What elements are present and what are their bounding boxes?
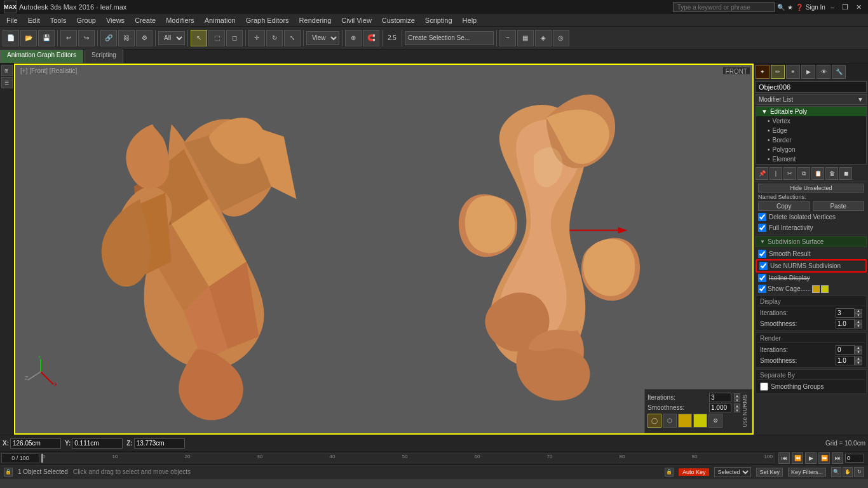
nurms-smoothness-spinner[interactable]: ▲▼ [734, 403, 740, 412]
delete-isolated-checkbox[interactable] [758, 213, 766, 221]
rpanel-modify-tab[interactable]: ✏ [771, 65, 785, 79]
isoline-checkbox[interactable] [758, 274, 766, 282]
viewport[interactable]: [+] [Front] [Realistic] FRONT [14, 64, 754, 435]
nurms-color1-icon[interactable] [678, 414, 692, 428]
iterations-input[interactable] [836, 308, 855, 318]
snap-btn[interactable]: 🧲 [363, 30, 379, 46]
bind-btn[interactable]: ⚙ [136, 30, 153, 46]
menu-tools[interactable]: Tools [45, 15, 72, 25]
x-input[interactable] [10, 438, 61, 449]
filter-dropdown[interactable]: All [158, 31, 185, 45]
rpanel-motion-tab[interactable]: ▶ [801, 65, 815, 79]
menu-customize[interactable]: Customize [377, 15, 420, 25]
menu-animation[interactable]: Animation [200, 15, 241, 25]
track-btn[interactable]: ▦ [517, 30, 534, 46]
mod-delete-icon[interactable]: 🗑 [825, 167, 838, 180]
new-btn[interactable]: 📄 [3, 30, 19, 46]
select-region-btn[interactable]: ⬚ [208, 30, 225, 46]
render-iterations-spinner[interactable]: ▲▼ [855, 346, 862, 355]
menu-graph-editors[interactable]: Graph Editors [241, 15, 294, 25]
menu-help[interactable]: Help [458, 15, 482, 25]
menu-modifiers[interactable]: Modifiers [161, 15, 200, 25]
modifier-vertex[interactable]: • Vertex [756, 116, 866, 126]
tab-scripting[interactable]: Scripting [85, 50, 123, 63]
unlink-btn[interactable]: ⛓ [118, 30, 135, 46]
mod-channel-icon[interactable]: | [770, 167, 782, 180]
nurms-settings-icon[interactable]: ⚙ [709, 414, 722, 428]
selected-dropdown[interactable]: Selected [714, 467, 751, 477]
minimize-button[interactable]: – [828, 3, 837, 11]
select-btn[interactable]: ↖ [191, 30, 207, 46]
subdivision-surface-header[interactable]: ▼ Subdivision Surface [756, 236, 867, 247]
modifier-border[interactable]: • Border [756, 135, 866, 145]
lt-btn-1[interactable]: ⊞ [1, 65, 13, 76]
scale-btn[interactable]: ⤡ [284, 30, 301, 46]
anim-next-btn[interactable]: ⏩ [818, 452, 830, 464]
save-btn[interactable]: 💾 [38, 30, 55, 46]
smoothness-input[interactable] [836, 319, 855, 329]
render-smoothness-input[interactable] [836, 356, 855, 365]
copy-btn[interactable]: Copy [758, 201, 810, 211]
rotate-btn[interactable]: ↻ [266, 30, 283, 46]
rpanel-create-tab[interactable]: ✦ [756, 65, 770, 79]
lt-btn-2[interactable]: ☰ [1, 77, 13, 88]
sign-in[interactable]: Sign In [806, 4, 825, 11]
mod-paste-icon[interactable]: 📋 [811, 167, 824, 180]
select-lasso-btn[interactable]: ◻ [226, 30, 243, 46]
iterations-spinner[interactable]: ▲▼ [855, 309, 862, 318]
rpanel-hierarchy-tab[interactable]: ⚭ [786, 65, 800, 79]
anim-play-btn[interactable]: ▶ [805, 452, 817, 464]
nurms-sphere-icon[interactable]: ◯ [648, 414, 661, 428]
use-nurms-checkbox[interactable] [759, 262, 768, 270]
close-button[interactable]: ✕ [853, 3, 864, 11]
key-filters-btn[interactable]: Key Filters... [788, 468, 826, 477]
modifier-list-header[interactable]: Modifier List ▼ [756, 94, 867, 105]
paste-btn[interactable]: Paste [813, 201, 865, 211]
timeline-ruler[interactable]: 0 10 20 30 40 50 60 70 80 90 100 [41, 453, 775, 463]
material-btn[interactable]: ◎ [553, 30, 569, 46]
cage-color1[interactable] [812, 285, 820, 293]
mod-copy-icon[interactable]: ⧉ [797, 167, 810, 180]
render-smoothness-spinner[interactable]: ▲▼ [855, 356, 862, 365]
lock-btn[interactable]: 🔒 [665, 468, 674, 477]
cage-color2[interactable] [821, 285, 829, 293]
search-input[interactable] [673, 2, 775, 12]
anim-first-btn[interactable]: ⏮ [778, 452, 790, 464]
smoothing-groups-checkbox[interactable] [760, 383, 768, 391]
selection-set-input[interactable] [405, 31, 494, 45]
zoom-btn[interactable]: 🔍 [831, 467, 841, 477]
show-cage-checkbox[interactable] [758, 285, 766, 293]
maximize-button[interactable]: ❐ [839, 3, 851, 11]
menu-edit[interactable]: Edit [23, 15, 45, 25]
move-btn[interactable]: ✛ [248, 30, 265, 46]
modifier-edge[interactable]: • Edge [756, 126, 866, 135]
pan-btn[interactable]: ✋ [843, 467, 853, 477]
schematic-btn[interactable]: ◈ [535, 30, 552, 46]
menu-file[interactable]: File [1, 15, 23, 25]
menu-create[interactable]: Create [130, 15, 161, 25]
open-btn[interactable]: 📂 [20, 30, 37, 46]
nurms-iterations-spinner[interactable]: ▲▼ [734, 393, 740, 402]
menu-views[interactable]: Views [101, 15, 130, 25]
rpanel-utilities-tab[interactable]: 🔧 [832, 65, 846, 79]
modifier-element[interactable]: • Element [756, 154, 866, 164]
link-btn[interactable]: 🔗 [100, 30, 117, 46]
anim-last-btn[interactable]: ⏭ [832, 452, 843, 464]
set-key-btn[interactable]: Set Key [756, 468, 783, 477]
auto-key-btn[interactable]: Auto Key [679, 468, 710, 476]
mod-pin-icon[interactable]: 📌 [756, 167, 768, 180]
pivot-btn[interactable]: ⊕ [345, 30, 362, 46]
redo-btn[interactable]: ↪ [78, 30, 95, 46]
object-name-input[interactable] [756, 81, 867, 93]
anim-prev-btn[interactable]: ⏪ [792, 452, 803, 464]
undo-btn[interactable]: ↩ [60, 30, 77, 46]
modifier-polygon[interactable]: • Polygon [756, 145, 866, 154]
y-input[interactable] [72, 438, 123, 449]
nurms-color2-icon[interactable] [693, 414, 707, 428]
mod-highlight-icon[interactable]: ◼ [839, 167, 852, 180]
render-iterations-input[interactable] [836, 345, 855, 355]
view-dropdown[interactable]: View [306, 31, 339, 45]
menu-civil-view[interactable]: Civil View [336, 15, 376, 25]
full-interactivity-checkbox[interactable] [758, 224, 766, 232]
hide-unselected-btn[interactable]: Hide Unselected [758, 184, 864, 193]
